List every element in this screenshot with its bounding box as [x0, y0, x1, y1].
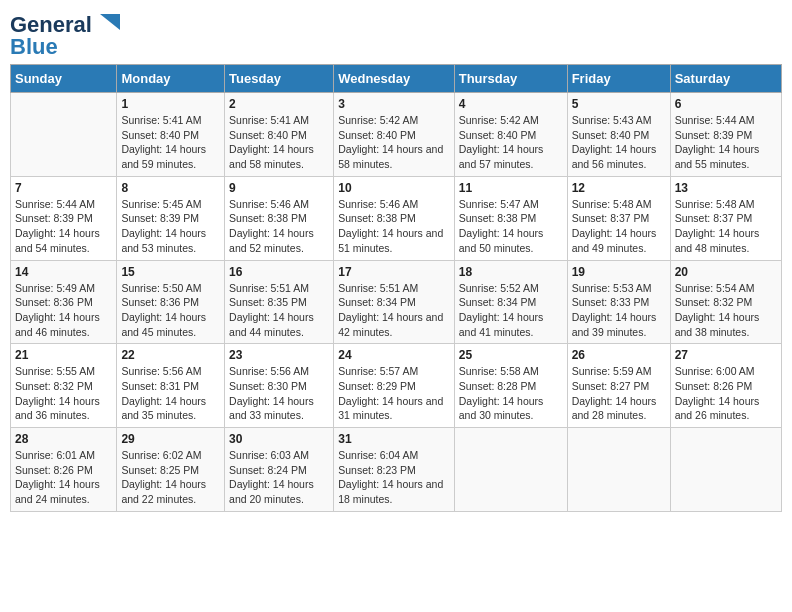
- weekday-header-friday: Friday: [567, 65, 670, 93]
- calendar-table: SundayMondayTuesdayWednesdayThursdayFrid…: [10, 64, 782, 512]
- day-number: 30: [229, 432, 329, 446]
- calendar-cell: 20Sunrise: 5:54 AMSunset: 8:32 PMDayligh…: [670, 260, 781, 344]
- logo-text-blue: Blue: [10, 36, 58, 58]
- day-number: 16: [229, 265, 329, 279]
- day-detail: Sunrise: 5:49 AMSunset: 8:36 PMDaylight:…: [15, 281, 112, 340]
- day-number: 22: [121, 348, 220, 362]
- day-detail: Sunrise: 5:48 AMSunset: 8:37 PMDaylight:…: [572, 197, 666, 256]
- day-detail: Sunrise: 5:42 AMSunset: 8:40 PMDaylight:…: [338, 113, 450, 172]
- day-number: 3: [338, 97, 450, 111]
- day-detail: Sunrise: 5:55 AMSunset: 8:32 PMDaylight:…: [15, 364, 112, 423]
- calendar-cell: 3Sunrise: 5:42 AMSunset: 8:40 PMDaylight…: [334, 93, 455, 177]
- day-detail: Sunrise: 6:02 AMSunset: 8:25 PMDaylight:…: [121, 448, 220, 507]
- day-detail: Sunrise: 5:54 AMSunset: 8:32 PMDaylight:…: [675, 281, 777, 340]
- calendar-cell: 11Sunrise: 5:47 AMSunset: 8:38 PMDayligh…: [454, 176, 567, 260]
- calendar-cell: 14Sunrise: 5:49 AMSunset: 8:36 PMDayligh…: [11, 260, 117, 344]
- day-number: 5: [572, 97, 666, 111]
- day-number: 8: [121, 181, 220, 195]
- day-detail: Sunrise: 5:59 AMSunset: 8:27 PMDaylight:…: [572, 364, 666, 423]
- weekday-header-row: SundayMondayTuesdayWednesdayThursdayFrid…: [11, 65, 782, 93]
- day-detail: Sunrise: 5:46 AMSunset: 8:38 PMDaylight:…: [338, 197, 450, 256]
- weekday-header-saturday: Saturday: [670, 65, 781, 93]
- day-number: 9: [229, 181, 329, 195]
- day-detail: Sunrise: 5:48 AMSunset: 8:37 PMDaylight:…: [675, 197, 777, 256]
- page-header: General Blue: [10, 10, 782, 58]
- calendar-cell: 22Sunrise: 5:56 AMSunset: 8:31 PMDayligh…: [117, 344, 225, 428]
- day-detail: Sunrise: 5:46 AMSunset: 8:38 PMDaylight:…: [229, 197, 329, 256]
- day-detail: Sunrise: 6:00 AMSunset: 8:26 PMDaylight:…: [675, 364, 777, 423]
- day-number: 6: [675, 97, 777, 111]
- day-number: 19: [572, 265, 666, 279]
- weekday-header-thursday: Thursday: [454, 65, 567, 93]
- calendar-cell: 10Sunrise: 5:46 AMSunset: 8:38 PMDayligh…: [334, 176, 455, 260]
- day-number: 17: [338, 265, 450, 279]
- day-detail: Sunrise: 5:43 AMSunset: 8:40 PMDaylight:…: [572, 113, 666, 172]
- calendar-cell: 8Sunrise: 5:45 AMSunset: 8:39 PMDaylight…: [117, 176, 225, 260]
- calendar-cell: [567, 428, 670, 512]
- day-number: 29: [121, 432, 220, 446]
- day-number: 13: [675, 181, 777, 195]
- calendar-cell: 26Sunrise: 5:59 AMSunset: 8:27 PMDayligh…: [567, 344, 670, 428]
- calendar-week-row: 7Sunrise: 5:44 AMSunset: 8:39 PMDaylight…: [11, 176, 782, 260]
- calendar-cell: [670, 428, 781, 512]
- day-detail: Sunrise: 5:45 AMSunset: 8:39 PMDaylight:…: [121, 197, 220, 256]
- calendar-cell: 25Sunrise: 5:58 AMSunset: 8:28 PMDayligh…: [454, 344, 567, 428]
- calendar-cell: 13Sunrise: 5:48 AMSunset: 8:37 PMDayligh…: [670, 176, 781, 260]
- day-number: 20: [675, 265, 777, 279]
- weekday-header-monday: Monday: [117, 65, 225, 93]
- calendar-cell: 23Sunrise: 5:56 AMSunset: 8:30 PMDayligh…: [225, 344, 334, 428]
- calendar-cell: 19Sunrise: 5:53 AMSunset: 8:33 PMDayligh…: [567, 260, 670, 344]
- day-detail: Sunrise: 5:53 AMSunset: 8:33 PMDaylight:…: [572, 281, 666, 340]
- calendar-cell: [454, 428, 567, 512]
- logo: General Blue: [10, 10, 122, 58]
- day-number: 1: [121, 97, 220, 111]
- calendar-cell: 16Sunrise: 5:51 AMSunset: 8:35 PMDayligh…: [225, 260, 334, 344]
- calendar-week-row: 28Sunrise: 6:01 AMSunset: 8:26 PMDayligh…: [11, 428, 782, 512]
- day-number: 15: [121, 265, 220, 279]
- day-number: 14: [15, 265, 112, 279]
- calendar-cell: 5Sunrise: 5:43 AMSunset: 8:40 PMDaylight…: [567, 93, 670, 177]
- calendar-cell: 12Sunrise: 5:48 AMSunset: 8:37 PMDayligh…: [567, 176, 670, 260]
- day-detail: Sunrise: 5:41 AMSunset: 8:40 PMDaylight:…: [229, 113, 329, 172]
- calendar-week-row: 14Sunrise: 5:49 AMSunset: 8:36 PMDayligh…: [11, 260, 782, 344]
- weekday-header-tuesday: Tuesday: [225, 65, 334, 93]
- day-detail: Sunrise: 5:50 AMSunset: 8:36 PMDaylight:…: [121, 281, 220, 340]
- calendar-cell: [11, 93, 117, 177]
- calendar-cell: 30Sunrise: 6:03 AMSunset: 8:24 PMDayligh…: [225, 428, 334, 512]
- calendar-cell: 31Sunrise: 6:04 AMSunset: 8:23 PMDayligh…: [334, 428, 455, 512]
- svg-marker-0: [100, 14, 120, 30]
- calendar-cell: 7Sunrise: 5:44 AMSunset: 8:39 PMDaylight…: [11, 176, 117, 260]
- calendar-cell: 15Sunrise: 5:50 AMSunset: 8:36 PMDayligh…: [117, 260, 225, 344]
- day-number: 7: [15, 181, 112, 195]
- day-number: 31: [338, 432, 450, 446]
- calendar-cell: 6Sunrise: 5:44 AMSunset: 8:39 PMDaylight…: [670, 93, 781, 177]
- day-number: 23: [229, 348, 329, 362]
- day-detail: Sunrise: 5:57 AMSunset: 8:29 PMDaylight:…: [338, 364, 450, 423]
- day-detail: Sunrise: 5:52 AMSunset: 8:34 PMDaylight:…: [459, 281, 563, 340]
- day-number: 27: [675, 348, 777, 362]
- calendar-cell: 28Sunrise: 6:01 AMSunset: 8:26 PMDayligh…: [11, 428, 117, 512]
- calendar-week-row: 1Sunrise: 5:41 AMSunset: 8:40 PMDaylight…: [11, 93, 782, 177]
- day-detail: Sunrise: 5:51 AMSunset: 8:35 PMDaylight:…: [229, 281, 329, 340]
- day-detail: Sunrise: 5:58 AMSunset: 8:28 PMDaylight:…: [459, 364, 563, 423]
- calendar-cell: 9Sunrise: 5:46 AMSunset: 8:38 PMDaylight…: [225, 176, 334, 260]
- day-number: 21: [15, 348, 112, 362]
- day-number: 24: [338, 348, 450, 362]
- logo-text-general: General: [10, 14, 92, 36]
- calendar-cell: 4Sunrise: 5:42 AMSunset: 8:40 PMDaylight…: [454, 93, 567, 177]
- day-detail: Sunrise: 5:51 AMSunset: 8:34 PMDaylight:…: [338, 281, 450, 340]
- day-detail: Sunrise: 5:42 AMSunset: 8:40 PMDaylight:…: [459, 113, 563, 172]
- day-detail: Sunrise: 6:01 AMSunset: 8:26 PMDaylight:…: [15, 448, 112, 507]
- calendar-cell: 2Sunrise: 5:41 AMSunset: 8:40 PMDaylight…: [225, 93, 334, 177]
- day-detail: Sunrise: 5:47 AMSunset: 8:38 PMDaylight:…: [459, 197, 563, 256]
- weekday-header-sunday: Sunday: [11, 65, 117, 93]
- day-detail: Sunrise: 5:56 AMSunset: 8:31 PMDaylight:…: [121, 364, 220, 423]
- day-number: 18: [459, 265, 563, 279]
- day-detail: Sunrise: 5:44 AMSunset: 8:39 PMDaylight:…: [15, 197, 112, 256]
- day-number: 4: [459, 97, 563, 111]
- day-number: 25: [459, 348, 563, 362]
- day-detail: Sunrise: 5:44 AMSunset: 8:39 PMDaylight:…: [675, 113, 777, 172]
- calendar-cell: 17Sunrise: 5:51 AMSunset: 8:34 PMDayligh…: [334, 260, 455, 344]
- day-number: 10: [338, 181, 450, 195]
- day-number: 12: [572, 181, 666, 195]
